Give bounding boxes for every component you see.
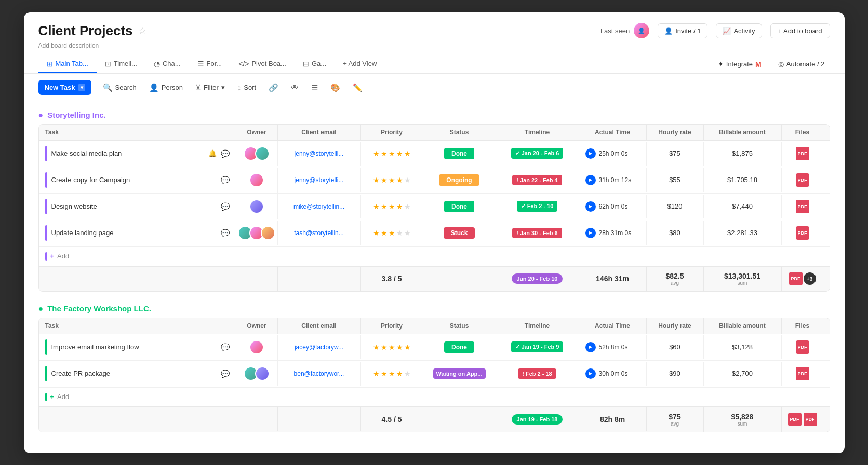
- chat-icon-1[interactable]: 💬: [221, 149, 230, 158]
- new-task-button[interactable]: New Task ▾: [38, 80, 91, 95]
- add-task-storytelling[interactable]: + Add: [39, 247, 830, 266]
- add-task-factory[interactable]: + Add: [39, 387, 830, 406]
- play-icon-3[interactable]: ▶: [585, 201, 596, 212]
- paint-button[interactable]: 🎨: [325, 80, 345, 95]
- chat-icon-f2[interactable]: 💬: [221, 370, 230, 378]
- task-cell-1: Make social media plan 🔔 💬: [39, 141, 236, 167]
- edit-button[interactable]: ✏️: [348, 80, 368, 95]
- main-table-icon: ⊞: [47, 60, 53, 68]
- email-link-2[interactable]: jenny@storytelli...: [295, 176, 344, 184]
- rows-button[interactable]: ☰: [306, 80, 323, 95]
- play-icon-f2[interactable]: ▶: [585, 368, 596, 379]
- timeline-cell-f1: ✓ Jan 19 - Feb 9: [496, 335, 579, 359]
- link-button[interactable]: 🔗: [263, 80, 284, 95]
- actual-time-cell-f1: ▶ 52h 8m 0s: [579, 335, 647, 359]
- email-cell-2: jenny@storytelli...: [278, 168, 361, 192]
- files-cell-3: PDF: [782, 195, 823, 218]
- search-button[interactable]: 🔍 Search: [98, 80, 142, 95]
- task-cell-f2: Create PR package 💬: [39, 361, 236, 387]
- priority-avg-value-f: 4.5 / 5: [382, 415, 402, 423]
- timeline-badge-f2: ! Feb 2 - 18: [518, 368, 556, 379]
- task-name-2[interactable]: Create copy for Campaign: [51, 176, 217, 184]
- tab-main-table[interactable]: ⊞ Main Tab...: [38, 56, 97, 73]
- table-factory: Task Owner Client email Priority Status …: [38, 318, 830, 432]
- summary-files-col: PDF +3: [782, 267, 823, 291]
- task-name-f1[interactable]: Improve email marketing flow: [51, 343, 217, 351]
- pdf-summary-icon-f2: PDF: [804, 413, 817, 426]
- chat-icon-f1[interactable]: 💬: [221, 343, 230, 351]
- play-icon-1[interactable]: ▶: [585, 148, 596, 159]
- email-cell-4: tash@storytellin...: [278, 221, 361, 245]
- sort-button[interactable]: ↕ Sort: [232, 80, 261, 95]
- automate-button[interactable]: ◎ Automate / 2: [773, 57, 830, 71]
- add-to-board-button[interactable]: + Add to board: [770, 23, 830, 38]
- summary-priority-col-f: 4.5 / 5: [361, 407, 423, 431]
- group-factory: ● The Factory Workshop LLC. Task Owner C…: [38, 304, 830, 432]
- email-link-f2[interactable]: ben@factorywor...: [294, 370, 344, 377]
- play-icon-4[interactable]: ▶: [585, 228, 596, 238]
- hourly-rate-value-f2: $90: [669, 370, 680, 377]
- tab-add-view[interactable]: + Add View: [335, 56, 385, 73]
- priority-cell-4: ★★★★★: [361, 221, 423, 245]
- priority-cell-1: ★★★★★: [361, 142, 423, 166]
- task-name-4[interactable]: Update landing page: [51, 229, 217, 237]
- email-link-f1[interactable]: jacey@factoryw...: [295, 344, 343, 351]
- pdf-icon-3[interactable]: PDF: [796, 200, 809, 213]
- chat-icon-3[interactable]: 💬: [221, 202, 230, 211]
- task-name-3[interactable]: Design website: [51, 202, 217, 210]
- hourly-rate-value-1: $75: [669, 149, 680, 157]
- group-title-factory[interactable]: The Factory Workshop LLC.: [47, 304, 151, 313]
- priority-cell-3: ★★★★★: [361, 195, 423, 218]
- pdf-icon-f1[interactable]: PDF: [796, 340, 809, 354]
- column-headers-factory: Task Owner Client email Priority Status …: [39, 318, 830, 334]
- play-icon-f1[interactable]: ▶: [585, 342, 596, 352]
- pdf-icon-2[interactable]: PDF: [796, 173, 809, 187]
- pdf-icon-1[interactable]: PDF: [796, 147, 809, 160]
- tab-pivot[interactable]: </> Pivot Boa...: [230, 56, 295, 73]
- pivot-icon: </>: [238, 60, 249, 68]
- tab-form[interactable]: ☰ For...: [189, 56, 231, 73]
- tab-timeline[interactable]: ⊡ Timeli...: [97, 56, 145, 73]
- col-status: Status: [423, 125, 496, 140]
- email-link-4[interactable]: tash@storytellin...: [294, 229, 344, 237]
- priority-cell-2: ★★★★★: [361, 168, 423, 192]
- billable-cell-2: $1,705.18: [704, 168, 782, 192]
- tabs-bar: ⊞ Main Tab... ⊡ Timeli... ◔ Cha... ☰ For…: [38, 56, 830, 73]
- email-cell-f1: jacey@factoryw...: [278, 335, 361, 359]
- star-icon[interactable]: ☆: [138, 25, 146, 36]
- email-link-3[interactable]: mike@storytellin...: [293, 203, 344, 210]
- billable-value-4: $2,281.33: [727, 229, 757, 237]
- summary-email-col: [278, 267, 361, 291]
- timeline-badge-3: ✓ Feb 2 - 10: [517, 201, 558, 212]
- play-icon-2[interactable]: ▶: [585, 175, 596, 185]
- paint-icon: 🎨: [330, 83, 340, 92]
- pdf-icon-f2[interactable]: PDF: [796, 367, 809, 380]
- activity-button[interactable]: 📈 Activity: [716, 23, 762, 38]
- task-name-1[interactable]: Make social media plan: [51, 149, 204, 157]
- eye-button[interactable]: 👁: [286, 80, 304, 95]
- summary-billable-col: $13,301.51 sum: [704, 267, 782, 291]
- integrate-button[interactable]: ✦ Integrate M: [713, 57, 767, 72]
- tabs-right-actions: ✦ Integrate M ◎ Automate / 2: [713, 57, 830, 72]
- stars-4: ★★★★★: [373, 229, 411, 237]
- tab-gantt[interactable]: ⊟ Ga...: [295, 56, 335, 73]
- col-rate-f: Hourly rate: [647, 318, 704, 334]
- chat-icon-2[interactable]: 💬: [221, 176, 230, 184]
- group-expand-icon[interactable]: ●: [38, 111, 44, 120]
- billable-value-f2: $2,700: [732, 370, 753, 377]
- summary-timeline-col: Jan 20 - Feb 10: [496, 267, 579, 291]
- filter-button[interactable]: ⊻ Filter ▾: [190, 80, 230, 95]
- files-cell-1: PDF: [782, 142, 823, 166]
- task-name-f2[interactable]: Create PR package: [51, 370, 217, 377]
- email-link-1[interactable]: jenny@storytelli...: [295, 150, 344, 157]
- group-expand-icon-factory[interactable]: ●: [38, 304, 44, 313]
- invite-button[interactable]: 👤 Invite / 1: [658, 23, 707, 38]
- tab-chart[interactable]: ◔ Cha...: [145, 56, 189, 73]
- actual-time-cell-3: ▶ 62h 0m 0s: [579, 195, 647, 218]
- group-bar-2: [45, 172, 47, 188]
- person-filter-button[interactable]: 👤 Person: [144, 80, 188, 95]
- stars-f1: ★★★★★: [373, 343, 411, 351]
- pdf-icon-4[interactable]: PDF: [796, 226, 809, 240]
- group-title-storytelling[interactable]: Storytelling Inc.: [47, 111, 106, 119]
- chat-icon-4[interactable]: 💬: [221, 229, 230, 237]
